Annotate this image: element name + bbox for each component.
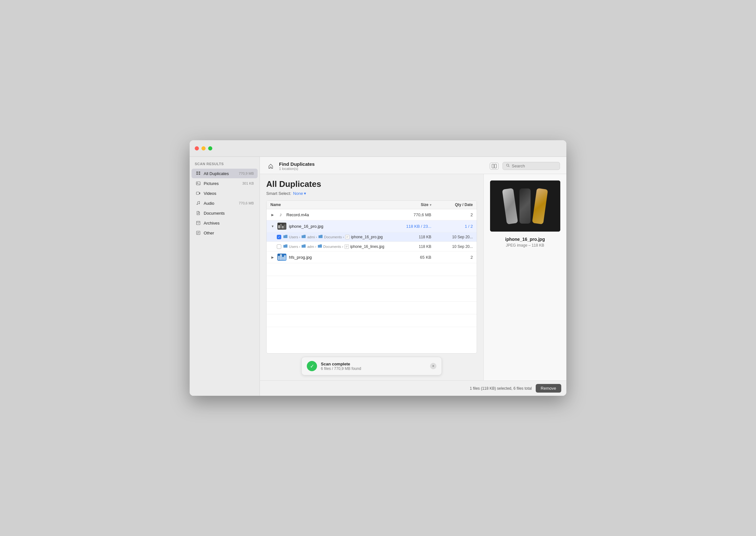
sidebar-item-all-duplicates[interactable]: All Duplicates 770,9 MB <box>192 169 258 178</box>
folder-icon <box>301 244 306 249</box>
toast-container: ✓ Scan complete 6 files / 770,9 MB found… <box>266 353 477 381</box>
folder-icon <box>301 234 306 239</box>
chevron-down-icon: ▾ <box>304 191 306 196</box>
split-view-button[interactable] <box>490 163 499 170</box>
video-icon <box>195 190 201 196</box>
home-button[interactable] <box>266 162 275 171</box>
svg-rect-16 <box>492 164 494 168</box>
main-panel: All Duplicates Smart Select: None ▾ <box>260 174 566 381</box>
empty-row-5 <box>267 314 477 327</box>
iphone-shape-3 <box>532 188 548 224</box>
svg-point-18 <box>507 164 509 166</box>
sidebar-item-label-other: Other <box>204 231 254 235</box>
checkbox-child-2[interactable] <box>277 244 281 249</box>
sidebar-item-badge-all-duplicates: 770,9 MB <box>239 172 254 175</box>
sidebar-item-documents[interactable]: Documents <box>192 208 258 218</box>
expand-button-iphone[interactable]: ▼ <box>270 224 275 228</box>
child-filename-2: iphone_16_lines.jpg <box>350 244 384 249</box>
sidebar-item-label-audio: Audio <box>204 201 237 206</box>
row-size-iphone: 118 KB / 23... <box>387 224 431 229</box>
row-filename-record: Record.m4a <box>286 213 309 217</box>
child-name-1: Users › admi › <box>277 234 387 239</box>
doc-icon <box>195 210 201 216</box>
row-qty-record: 2 <box>431 213 473 217</box>
file-area: All Duplicates Smart Select: None ▾ <box>260 174 483 381</box>
breadcrumb-sep: Users › <box>289 245 300 249</box>
file-table: Name Size ▾ Qty / Date <box>266 200 477 353</box>
status-text: 1 files (118 KB) selected, 6 files total <box>470 386 532 391</box>
iphone-shape-1 <box>502 188 518 224</box>
child-date-1: 10 Sep 20... <box>431 235 473 239</box>
sidebar-item-label-documents: Documents <box>204 211 254 216</box>
sidebar-item-badge-audio: 770,6 MB <box>239 201 254 205</box>
music-icon <box>195 200 201 206</box>
checkbox-child-1[interactable] <box>277 235 281 239</box>
traffic-lights <box>195 146 212 151</box>
child-name-2: Users › adm › <box>277 244 387 249</box>
breadcrumb-sep: admi › <box>307 235 317 239</box>
breadcrumb-sep: Users › <box>289 235 300 239</box>
toast-close-button[interactable]: × <box>430 363 436 369</box>
breadcrumb-sep: Documents › <box>323 245 343 249</box>
toast-subtitle: 6 files / 770,9 MB found <box>321 366 426 371</box>
remove-button[interactable]: Remove <box>536 384 561 392</box>
sidebar-item-other[interactable]: Other <box>192 228 258 238</box>
preview-image <box>490 181 560 232</box>
sidebar-item-badge-pictures: 301 KB <box>242 182 254 185</box>
preview-panel: iphone_16_pro.jpg JPEG image – 118 KB <box>483 174 566 381</box>
sidebar-item-label-archives: Archives <box>204 221 254 225</box>
empty-row-4 <box>267 302 477 314</box>
column-header-qty: Qty / Date <box>431 203 473 207</box>
search-box[interactable] <box>502 162 560 170</box>
scan-complete-toast: ✓ Scan complete 6 files / 770,9 MB found… <box>301 357 442 375</box>
expand-button-record[interactable]: ▶ <box>270 213 275 217</box>
row-qty-hfs: 2 <box>431 255 473 260</box>
smart-select-label: Smart Select: <box>266 191 291 196</box>
sidebar-section-label: Scan results <box>190 162 260 168</box>
empty-row-3 <box>267 289 477 302</box>
minimize-button[interactable] <box>202 146 205 151</box>
content-header: Find Duplicates 1 location(s) <box>260 157 566 174</box>
svg-rect-0 <box>196 172 198 173</box>
svg-rect-3 <box>199 174 200 175</box>
preview-filename: iphone_16_pro.jpg <box>505 237 545 242</box>
sidebar-item-pictures[interactable]: Pictures 301 KB <box>192 179 258 188</box>
breadcrumb-sep: Documents › <box>324 235 344 239</box>
sidebar-item-videos[interactable]: Videos <box>192 188 258 198</box>
header-title-group: Find Duplicates 1 location(s) <box>279 161 315 171</box>
page-title: All Duplicates <box>266 179 477 189</box>
row-qty-iphone: 1 / 2 <box>431 224 473 229</box>
table-row-iphone[interactable]: ▼ iphone_16_pro.jpg <box>267 220 477 232</box>
row-name-record: ▶ ♪ Record.m4a <box>270 212 387 218</box>
app-window: Scan results All Duplicates 770,9 MB <box>190 140 566 396</box>
search-input[interactable] <box>512 164 556 168</box>
expand-button-hfs[interactable]: ▶ <box>270 255 275 259</box>
empty-row-1 <box>267 263 477 276</box>
header-right <box>490 162 560 170</box>
sidebar-item-archives[interactable]: Archives <box>192 218 258 228</box>
folder-icon <box>318 234 323 239</box>
column-header-name: Name <box>270 203 387 207</box>
table-row-child-2[interactable]: Users › adm › <box>267 242 477 251</box>
header-title: Find Duplicates <box>279 161 315 167</box>
row-name-hfs: ▶ hfs_prog.jpg <box>270 253 387 261</box>
main-layout: Scan results All Duplicates 770,9 MB <box>190 157 566 396</box>
row-filename-hfs: hfs_prog.jpg <box>289 255 312 260</box>
svg-point-5 <box>197 183 198 183</box>
column-header-size[interactable]: Size ▾ <box>387 203 431 207</box>
close-button[interactable] <box>195 146 199 151</box>
archive-icon <box>195 220 201 226</box>
header-left: Find Duplicates 1 location(s) <box>266 161 315 171</box>
file-icon <box>345 235 350 239</box>
table-row-child-1[interactable]: Users › admi › <box>267 232 477 242</box>
folder-icon <box>318 244 322 249</box>
titlebar <box>190 140 566 157</box>
table-row-hfs[interactable]: ▶ hfs_prog.jpg <box>267 251 477 263</box>
table-row[interactable]: ▶ ♪ Record.m4a 770,6 MB 2 <box>267 209 477 220</box>
sidebar-item-audio[interactable]: Audio 770,6 MB <box>192 198 258 208</box>
smart-select-dropdown[interactable]: None ▾ <box>293 191 306 196</box>
maximize-button[interactable] <box>208 146 212 151</box>
sidebar-item-label-all-duplicates: All Duplicates <box>204 171 237 176</box>
folder-icon <box>283 244 288 249</box>
photo-icon <box>195 181 201 186</box>
